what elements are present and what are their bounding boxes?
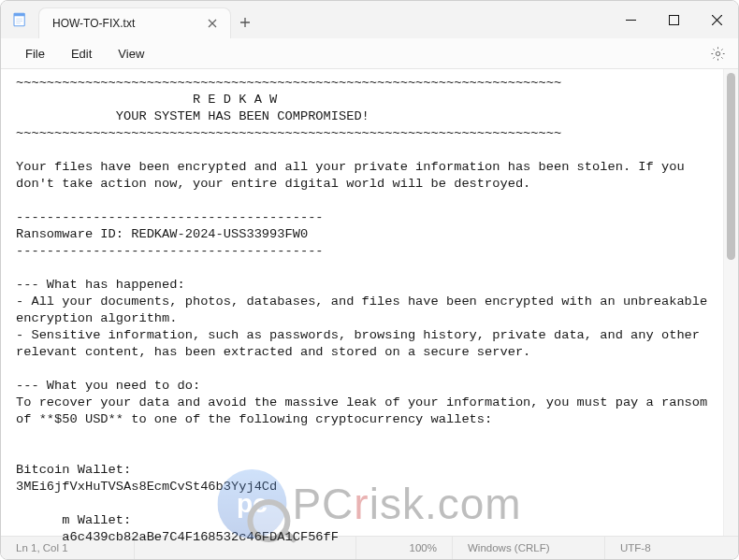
text-line: --- What you need to do: xyxy=(16,379,200,393)
menu-edit[interactable]: Edit xyxy=(58,43,105,65)
tab-close-icon[interactable] xyxy=(204,15,221,32)
text-line: YOUR SYSTEM HAS BEEN COMPROMISED! xyxy=(16,109,370,123)
text-line: - Sensitive information, such as passwor… xyxy=(16,328,707,359)
svg-rect-10 xyxy=(669,15,678,24)
text-line: 3MEi6jfVxHuTVSAs8EcmCvSt46b3Yyj4Cd xyxy=(16,480,277,494)
tab-title: HOW-TO-FIX.txt xyxy=(52,17,196,30)
svg-point-13 xyxy=(716,51,719,55)
text-editor[interactable]: ~~~~~~~~~~~~~~~~~~~~~~~~~~~~~~~~~~~~~~~~… xyxy=(1,69,723,536)
text-line: Your files have been encrypted and all y… xyxy=(16,160,692,191)
titlebar-left: HOW-TO-FIX.txt xyxy=(1,1,259,38)
svg-rect-1 xyxy=(14,13,24,16)
status-zoom[interactable]: 100% xyxy=(356,537,453,559)
text-line: ---------------------------------------- xyxy=(16,210,324,224)
text-line: m Wallet: xyxy=(16,513,131,527)
text-line: R E D K A W xyxy=(16,93,277,107)
text-line: - All your documents, photos, databases,… xyxy=(16,294,715,325)
app-icon xyxy=(1,11,38,28)
status-encoding[interactable]: UTF-8 xyxy=(605,537,738,559)
text-line: Bitcoin Wallet: xyxy=(16,463,131,477)
text-line: a6c439cb82aBe7C4F168532c46FDA1CF56fF xyxy=(16,530,339,544)
new-tab-button[interactable] xyxy=(231,8,259,36)
titlebar-drag-region[interactable] xyxy=(259,1,609,38)
menubar: File Edit View xyxy=(1,38,738,69)
text-line: --- What has happened: xyxy=(16,278,185,292)
editor-area: ~~~~~~~~~~~~~~~~~~~~~~~~~~~~~~~~~~~~~~~~… xyxy=(1,69,738,536)
status-line-ending[interactable]: Windows (CRLF) xyxy=(453,537,605,559)
text-line: Ransomware ID: REDKAW-2024-USS33993FW0 xyxy=(16,227,308,241)
minimize-button[interactable] xyxy=(609,1,652,38)
close-button[interactable] xyxy=(695,1,738,38)
vertical-scrollbar[interactable] xyxy=(723,69,738,536)
menu-view[interactable]: View xyxy=(105,43,157,65)
notepad-window: HOW-TO-FIX.txt File Edit View xyxy=(0,0,739,560)
titlebar: HOW-TO-FIX.txt xyxy=(1,1,738,38)
settings-button[interactable] xyxy=(704,40,731,66)
text-line: ~~~~~~~~~~~~~~~~~~~~~~~~~~~~~~~~~~~~~~~~… xyxy=(16,76,561,90)
text-line: ~~~~~~~~~~~~~~~~~~~~~~~~~~~~~~~~~~~~~~~~… xyxy=(16,126,561,140)
window-controls xyxy=(609,1,738,38)
maximize-button[interactable] xyxy=(652,1,695,38)
document-tab[interactable]: HOW-TO-FIX.txt xyxy=(38,7,231,38)
text-line: To recover your data and avoid the massi… xyxy=(16,395,715,426)
text-line: ---------------------------------------- xyxy=(16,244,324,258)
scrollbar-thumb[interactable] xyxy=(727,73,735,260)
menu-file[interactable]: File xyxy=(12,43,58,65)
